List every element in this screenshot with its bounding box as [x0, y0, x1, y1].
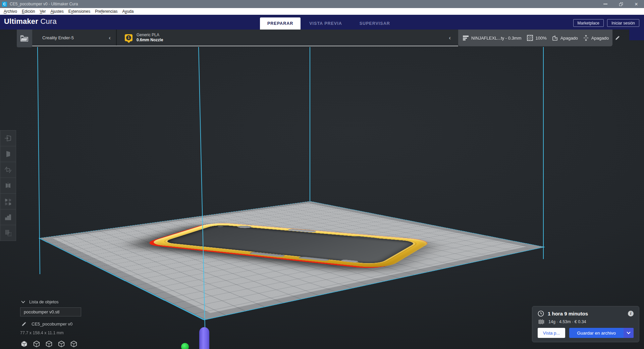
config-bar: Creality Ender-5 ‹ 1 Generic PLA 0.6mm N… [17, 30, 612, 47]
view-right-icon [70, 340, 77, 348]
move-icon [4, 134, 12, 143]
sign-in-button[interactable]: Iniciar sesión [607, 19, 639, 27]
chevron-down-icon [627, 330, 630, 334]
adhesion-value: Apagado [591, 36, 609, 41]
camera-view-presets [20, 340, 81, 348]
view-right-button[interactable] [70, 340, 78, 348]
app-header: Ultimaker Cura PREPARARVISTA PREVIASUPER… [0, 15, 644, 30]
origin-marker [181, 343, 189, 349]
rename-pencil-icon [21, 321, 27, 327]
print-time: 1 hora 9 minutos [548, 311, 588, 316]
nozzle-size: 0.6mm Nozzle [137, 38, 163, 43]
tool-mirror-button[interactable] [0, 178, 16, 194]
material-selector[interactable]: 1 Generic PLA 0.6mm Nozzle ‹ [117, 30, 458, 46]
viewport-3d[interactable] [0, 30, 644, 349]
menu-item-edicion[interactable]: Edición [19, 9, 37, 14]
stage-tabs: PREPARARVISTA PREVIASUPERVISAR [260, 17, 399, 30]
tab-vista-previa[interactable]: VISTA PREVIA [301, 17, 351, 30]
brand-logo: Ultimaker Cura [4, 17, 57, 26]
tool-per-model-settings-button[interactable] [0, 193, 16, 209]
mesh-type-icon [4, 229, 12, 237]
extruder-number: 1 [126, 35, 131, 40]
view-top-button[interactable] [45, 340, 53, 348]
material-name: Generic PLA [137, 33, 163, 38]
tool-scale-button[interactable] [0, 146, 16, 162]
tab-preparar[interactable]: PREPARAR [260, 17, 301, 30]
profile-name: NINJAFLEXL...ty - 0.3mm [471, 36, 522, 41]
menu-item-ayuda[interactable]: Ayuda [120, 9, 136, 14]
print-settings-summary[interactable]: NINJAFLEXL...ty - 0.3mm 100% Apagado Apa… [458, 30, 612, 46]
view-left-button[interactable] [57, 340, 65, 348]
support-blocker-icon [4, 213, 12, 221]
print-summary-panel: 1 hora 9 minutos i 14g · 4.53m · € 0.34 … [532, 306, 639, 342]
build-plate [40, 201, 543, 319]
menu-item-ver[interactable]: Ver [37, 9, 48, 14]
view-3d-button[interactable] [20, 340, 28, 348]
project-name-row[interactable]: CE5_pocobumper v0 [20, 321, 81, 327]
menu-item-archivo[interactable]: Archivo [1, 9, 19, 14]
tool-dock [0, 131, 16, 241]
infill-icon [527, 35, 533, 41]
material-usage: 14g · 4.53m · € 0.34 [548, 319, 586, 324]
menubar: ArchivoEdiciónVerAjustesExtensionesPrefe… [0, 8, 644, 15]
tool-mesh-type-button[interactable] [0, 225, 16, 241]
support-value: Apagado [560, 36, 578, 41]
build-volume-edge-right [543, 47, 544, 259]
close-button[interactable]: ✕ [629, 0, 644, 8]
header-corner [629, 30, 644, 40]
view-front-button[interactable] [33, 340, 41, 348]
mirror-icon [4, 181, 12, 190]
app-icon: C [2, 2, 7, 7]
view-left-icon [58, 340, 65, 348]
object-file-name: pocobumper v0.stl [24, 309, 59, 314]
save-to-file-label: Guardar en archivo [569, 331, 624, 336]
open-file-button[interactable] [17, 30, 32, 47]
extruder-badge: 1 [125, 34, 132, 41]
object-list-panel: Lista de objetos pocobumper v0.stl CE5_p… [20, 300, 81, 348]
edit-settings-pencil-icon[interactable] [615, 35, 620, 41]
object-list-item[interactable]: pocobumper v0.stl [20, 307, 81, 316]
restore-button[interactable] [613, 0, 629, 8]
titlebar: C CE5_pocobumper v0 - Ultimaker Cura ✕ [0, 0, 644, 8]
per-model-settings-icon [4, 197, 12, 206]
info-icon[interactable]: i [628, 311, 634, 316]
chevron-left-icon: ‹ [109, 35, 111, 41]
preview-button[interactable]: Vista p... [538, 328, 565, 338]
collapse-settings-chevron-icon[interactable]: ‹ [449, 35, 458, 41]
menu-item-preferencias[interactable]: Preferencias [93, 9, 120, 14]
infill-value: 100% [536, 36, 547, 41]
object-list-title: Lista de objetos [29, 300, 59, 304]
material-usage-icon [538, 319, 544, 325]
scale-icon [4, 150, 12, 158]
chevron-down-icon [21, 301, 25, 303]
object-list-header[interactable]: Lista de objetos [20, 300, 81, 304]
rotate-icon [4, 165, 12, 174]
save-options-dropdown[interactable] [624, 328, 634, 338]
menu-item-ajustes[interactable]: Ajustes [48, 9, 66, 14]
save-to-file-button[interactable]: Guardar en archivo [569, 328, 634, 338]
marketplace-button[interactable]: Marketplace [573, 19, 604, 27]
brand-light: Cura [40, 17, 57, 26]
header-actions: Marketplace Iniciar sesión [573, 19, 639, 27]
tool-move-button[interactable] [0, 130, 16, 146]
close-icon: ✕ [635, 2, 638, 6]
window-controls: ✕ [598, 0, 644, 8]
layer-height-icon [463, 36, 469, 41]
view-front-icon [33, 340, 40, 348]
minimize-button[interactable] [598, 0, 613, 8]
build-volume-edge-back [310, 47, 310, 201]
menu-item-extensiones[interactable]: Extensiones [66, 9, 93, 14]
support-icon [552, 35, 558, 41]
tab-supervisar[interactable]: SUPERVISAR [351, 17, 399, 30]
tool-rotate-button[interactable] [0, 162, 16, 178]
clock-icon [538, 310, 544, 317]
view-top-icon [45, 340, 53, 348]
restore-icon [619, 2, 623, 6]
prime-position-marker [199, 327, 209, 349]
machine-selector[interactable]: Creality Ender-5 ‹ [32, 30, 116, 46]
window-title: CE5_pocobumper v0 - Ultimaker Cura [10, 2, 78, 6]
minimize-icon [603, 4, 607, 4]
brand-bold: Ultimaker [4, 17, 38, 26]
tool-support-blocker-button[interactable] [0, 209, 16, 225]
model-dimensions: 77.7 x 158.4 x 11.1 mm [20, 331, 81, 335]
